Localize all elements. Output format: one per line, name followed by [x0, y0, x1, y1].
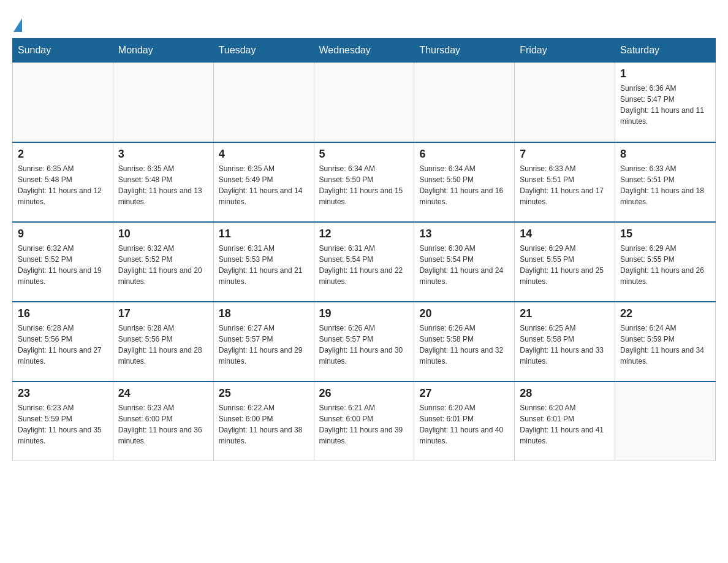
day-number: 17	[118, 307, 208, 320]
day-number: 13	[419, 228, 509, 240]
calendar-day-cell: 12Sunrise: 6:31 AM Sunset: 5:54 PM Dayli…	[314, 222, 414, 302]
day-info: Sunrise: 6:35 AM Sunset: 5:48 PM Dayligh…	[18, 163, 108, 207]
day-number: 20	[419, 307, 509, 320]
logo-triangle-icon	[13, 18, 22, 32]
calendar-day-cell: 1Sunrise: 6:36 AM Sunset: 5:47 PM Daylig…	[615, 63, 716, 142]
day-number: 7	[520, 148, 610, 161]
day-number: 6	[419, 148, 509, 161]
calendar-day-cell: 28Sunrise: 6:20 AM Sunset: 6:01 PM Dayli…	[515, 381, 615, 461]
calendar-day-cell: 8Sunrise: 6:33 AM Sunset: 5:51 PM Daylig…	[615, 142, 716, 222]
calendar-day-cell: 18Sunrise: 6:27 AM Sunset: 5:57 PM Dayli…	[213, 302, 314, 381]
day-number: 3	[118, 148, 208, 161]
day-number: 15	[620, 228, 710, 240]
calendar-day-cell: 26Sunrise: 6:21 AM Sunset: 6:00 PM Dayli…	[314, 381, 414, 461]
calendar-day-cell: 5Sunrise: 6:34 AM Sunset: 5:50 PM Daylig…	[314, 142, 414, 222]
logo	[12, 18, 22, 32]
day-info: Sunrise: 6:34 AM Sunset: 5:50 PM Dayligh…	[419, 163, 509, 207]
calendar-week-row: 9Sunrise: 6:32 AM Sunset: 5:52 PM Daylig…	[13, 222, 716, 302]
day-info: Sunrise: 6:29 AM Sunset: 5:55 PM Dayligh…	[520, 243, 610, 287]
calendar-day-cell	[13, 63, 113, 142]
day-info: Sunrise: 6:33 AM Sunset: 5:51 PM Dayligh…	[520, 163, 610, 207]
day-info: Sunrise: 6:28 AM Sunset: 5:56 PM Dayligh…	[118, 323, 208, 367]
day-info: Sunrise: 6:36 AM Sunset: 5:47 PM Dayligh…	[620, 83, 710, 127]
day-info: Sunrise: 6:23 AM Sunset: 5:59 PM Dayligh…	[18, 402, 108, 446]
day-info: Sunrise: 6:24 AM Sunset: 5:59 PM Dayligh…	[620, 323, 710, 367]
calendar-day-cell: 22Sunrise: 6:24 AM Sunset: 5:59 PM Dayli…	[615, 302, 716, 381]
calendar-day-cell	[113, 63, 213, 142]
day-info: Sunrise: 6:35 AM Sunset: 5:49 PM Dayligh…	[219, 163, 309, 207]
day-info: Sunrise: 6:33 AM Sunset: 5:51 PM Dayligh…	[620, 163, 710, 207]
calendar-day-cell: 6Sunrise: 6:34 AM Sunset: 5:50 PM Daylig…	[414, 142, 515, 222]
day-of-week-header: Saturday	[615, 39, 716, 63]
day-info: Sunrise: 6:35 AM Sunset: 5:48 PM Dayligh…	[118, 163, 208, 207]
calendar-day-cell: 9Sunrise: 6:32 AM Sunset: 5:52 PM Daylig…	[13, 222, 113, 302]
day-number: 26	[319, 387, 409, 400]
day-info: Sunrise: 6:26 AM Sunset: 5:57 PM Dayligh…	[319, 323, 409, 367]
day-info: Sunrise: 6:23 AM Sunset: 6:00 PM Dayligh…	[118, 402, 208, 446]
day-info: Sunrise: 6:28 AM Sunset: 5:56 PM Dayligh…	[18, 323, 108, 367]
calendar-day-cell: 19Sunrise: 6:26 AM Sunset: 5:57 PM Dayli…	[314, 302, 414, 381]
calendar-day-cell: 17Sunrise: 6:28 AM Sunset: 5:56 PM Dayli…	[113, 302, 213, 381]
day-number: 25	[219, 387, 309, 400]
calendar-day-cell: 16Sunrise: 6:28 AM Sunset: 5:56 PM Dayli…	[13, 302, 113, 381]
day-info: Sunrise: 6:27 AM Sunset: 5:57 PM Dayligh…	[219, 323, 309, 367]
day-of-week-header: Tuesday	[213, 39, 314, 63]
day-number: 19	[319, 307, 409, 320]
calendar-day-cell: 20Sunrise: 6:26 AM Sunset: 5:58 PM Dayli…	[414, 302, 515, 381]
day-info: Sunrise: 6:22 AM Sunset: 6:00 PM Dayligh…	[219, 402, 309, 446]
calendar-day-cell: 23Sunrise: 6:23 AM Sunset: 5:59 PM Dayli…	[13, 381, 113, 461]
day-number: 1	[620, 67, 710, 80]
day-info: Sunrise: 6:21 AM Sunset: 6:00 PM Dayligh…	[319, 402, 409, 446]
day-number: 21	[520, 307, 610, 320]
day-number: 28	[520, 387, 610, 400]
day-of-week-header: Friday	[515, 39, 615, 63]
calendar-day-cell	[314, 63, 414, 142]
calendar-day-cell	[615, 381, 716, 461]
day-number: 27	[419, 387, 509, 400]
calendar-day-cell: 2Sunrise: 6:35 AM Sunset: 5:48 PM Daylig…	[13, 142, 113, 222]
day-number: 2	[18, 148, 108, 161]
calendar-day-cell: 4Sunrise: 6:35 AM Sunset: 5:49 PM Daylig…	[213, 142, 314, 222]
day-info: Sunrise: 6:34 AM Sunset: 5:50 PM Dayligh…	[319, 163, 409, 207]
calendar-day-cell: 3Sunrise: 6:35 AM Sunset: 5:48 PM Daylig…	[113, 142, 213, 222]
day-info: Sunrise: 6:32 AM Sunset: 5:52 PM Dayligh…	[18, 243, 108, 287]
calendar-week-row: 23Sunrise: 6:23 AM Sunset: 5:59 PM Dayli…	[13, 381, 716, 461]
day-number: 11	[219, 228, 309, 240]
calendar-day-cell: 7Sunrise: 6:33 AM Sunset: 5:51 PM Daylig…	[515, 142, 615, 222]
day-number: 9	[18, 228, 108, 240]
calendar-day-cell: 21Sunrise: 6:25 AM Sunset: 5:58 PM Dayli…	[515, 302, 615, 381]
day-of-week-header: Thursday	[414, 39, 515, 63]
calendar-day-cell: 10Sunrise: 6:32 AM Sunset: 5:52 PM Dayli…	[113, 222, 213, 302]
day-number: 4	[219, 148, 309, 161]
day-number: 22	[620, 307, 710, 320]
calendar-day-cell	[414, 63, 515, 142]
calendar-day-cell	[515, 63, 615, 142]
calendar-day-cell: 24Sunrise: 6:23 AM Sunset: 6:00 PM Dayli…	[113, 381, 213, 461]
day-number: 5	[319, 148, 409, 161]
day-number: 24	[118, 387, 208, 400]
calendar-week-row: 2Sunrise: 6:35 AM Sunset: 5:48 PM Daylig…	[13, 142, 716, 222]
calendar-week-row: 16Sunrise: 6:28 AM Sunset: 5:56 PM Dayli…	[13, 302, 716, 381]
day-info: Sunrise: 6:31 AM Sunset: 5:53 PM Dayligh…	[219, 243, 309, 287]
day-info: Sunrise: 6:31 AM Sunset: 5:54 PM Dayligh…	[319, 243, 409, 287]
day-number: 12	[319, 228, 409, 240]
day-of-week-header: Wednesday	[314, 39, 414, 63]
day-of-week-header: Monday	[113, 39, 213, 63]
calendar-day-cell: 25Sunrise: 6:22 AM Sunset: 6:00 PM Dayli…	[213, 381, 314, 461]
day-number: 14	[520, 228, 610, 240]
day-info: Sunrise: 6:30 AM Sunset: 5:54 PM Dayligh…	[419, 243, 509, 287]
calendar-week-row: 1Sunrise: 6:36 AM Sunset: 5:47 PM Daylig…	[13, 63, 716, 142]
calendar-day-cell: 27Sunrise: 6:20 AM Sunset: 6:01 PM Dayli…	[414, 381, 515, 461]
calendar-day-cell: 11Sunrise: 6:31 AM Sunset: 5:53 PM Dayli…	[213, 222, 314, 302]
calendar-table: SundayMondayTuesdayWednesdayThursdayFrid…	[12, 38, 716, 461]
day-info: Sunrise: 6:20 AM Sunset: 6:01 PM Dayligh…	[520, 402, 610, 446]
calendar-day-cell: 13Sunrise: 6:30 AM Sunset: 5:54 PM Dayli…	[414, 222, 515, 302]
day-number: 18	[219, 307, 309, 320]
day-info: Sunrise: 6:20 AM Sunset: 6:01 PM Dayligh…	[419, 402, 509, 446]
day-info: Sunrise: 6:25 AM Sunset: 5:58 PM Dayligh…	[520, 323, 610, 367]
page-header	[12, 12, 716, 32]
day-number: 8	[620, 148, 710, 161]
day-info: Sunrise: 6:29 AM Sunset: 5:55 PM Dayligh…	[620, 243, 710, 287]
calendar-day-cell: 14Sunrise: 6:29 AM Sunset: 5:55 PM Dayli…	[515, 222, 615, 302]
calendar-header-row: SundayMondayTuesdayWednesdayThursdayFrid…	[13, 39, 716, 63]
